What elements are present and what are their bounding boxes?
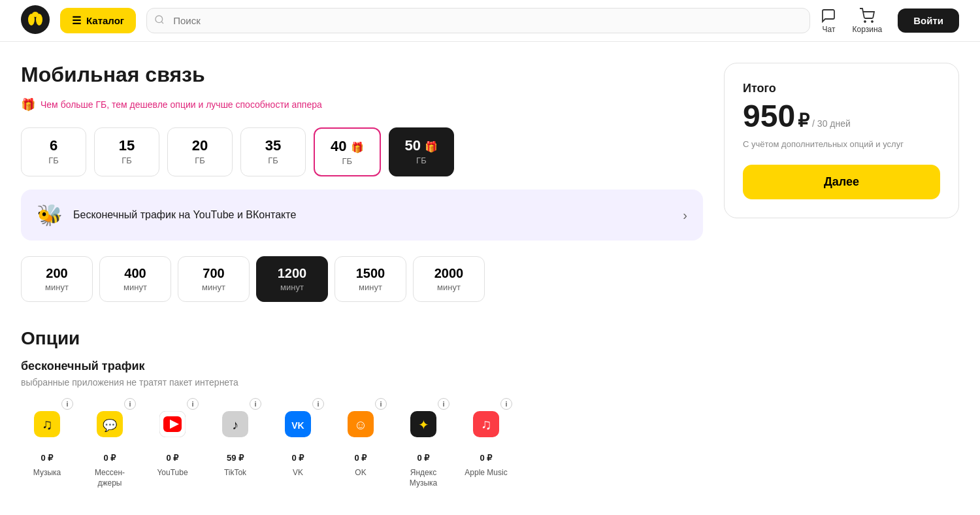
- app-info-badge-muzyka: i: [61, 398, 73, 410]
- gb-value: 6: [50, 137, 57, 154]
- promo-text: Чем больше ГБ, тем дешевле опции и лучше…: [41, 99, 322, 110]
- search-wrapper: [146, 8, 810, 33]
- app-info-badge-apple_music: i: [500, 398, 512, 410]
- gb-unit: ГБ: [416, 156, 427, 165]
- gift-promo-icon: 🎁: [21, 97, 35, 112]
- svg-text:☺: ☺: [354, 418, 367, 432]
- app-icon-ok: ☺i: [337, 401, 384, 448]
- minutes-unit: минут: [359, 282, 382, 292]
- app-name-vk: VK: [293, 468, 303, 478]
- app-price-messenger: 0 ₽: [104, 453, 116, 463]
- gb-unit: ГБ: [195, 156, 205, 165]
- app-price-ok: 0 ₽: [355, 453, 367, 463]
- app-info-badge-ok: i: [375, 398, 387, 410]
- minutes-unit: минут: [45, 282, 69, 292]
- chat-label: Чат: [823, 25, 836, 34]
- options-subsection-title: бесконечный трафик: [21, 359, 703, 373]
- app-icon-youtube: i: [149, 401, 196, 448]
- catalog-label: Каталог: [86, 15, 124, 26]
- app-item-messenger[interactable]: 💬i0 ₽Мессен-джеры: [84, 401, 136, 488]
- minutes-unit: минут: [202, 282, 225, 292]
- gb-value: 40 🎁: [331, 138, 364, 155]
- gb-option-6[interactable]: 6ГБ: [21, 127, 86, 176]
- app-info-badge-youtube: i: [187, 398, 199, 410]
- options-section: Опции бесконечный трафик выбранные прило…: [21, 328, 703, 488]
- minutes-value: 400: [124, 266, 146, 281]
- app-item-muzyka[interactable]: ♫i0 ₽Музыка: [21, 401, 73, 488]
- app-icon-messenger: 💬i: [86, 401, 133, 448]
- minutes-unit: минут: [280, 282, 304, 292]
- svg-text:♫: ♫: [42, 416, 53, 433]
- gb-option-15[interactable]: 15ГБ: [94, 127, 159, 176]
- svg-text:♪: ♪: [232, 418, 238, 432]
- gb-option-50[interactable]: 50 🎁ГБ: [389, 127, 455, 176]
- app-info-badge-messenger: i: [124, 398, 136, 410]
- apps-row: ♫i0 ₽Музыка💬i0 ₽Мессен-джерыi0 ₽YouTube♪…: [21, 401, 703, 488]
- svg-point-7: [872, 21, 873, 22]
- bee-mascot-icon: 🐝: [37, 203, 63, 227]
- chevron-right-icon: ›: [683, 208, 687, 223]
- minutes-option-200[interactable]: 200минут: [21, 256, 93, 302]
- catalog-button[interactable]: ☰ Каталог: [60, 8, 136, 33]
- svg-line-5: [161, 22, 163, 24]
- gb-options-row: 6ГБ15ГБ20ГБ35ГБ40 🎁ГБ50 🎁ГБ: [21, 127, 703, 176]
- app-name-tiktok: TikTok: [224, 468, 246, 478]
- sidebar: Итого 950 ₽ / 30 дней С учётом дополните…: [724, 63, 959, 488]
- app-item-youtube[interactable]: i0 ₽YouTube: [146, 401, 199, 488]
- minutes-option-400[interactable]: 400минут: [99, 256, 171, 302]
- summary-currency: ₽: [798, 110, 809, 131]
- gb-option-20[interactable]: 20ГБ: [167, 127, 233, 176]
- app-icon-vk: VKi: [274, 401, 321, 448]
- login-label: Войти: [913, 15, 943, 26]
- minutes-option-1500[interactable]: 1500минут: [335, 256, 406, 302]
- content-area: Мобильная связь 🎁 Чем больше ГБ, тем деш…: [21, 63, 703, 488]
- app-info-badge-vk: i: [312, 398, 324, 410]
- gb-unit: ГБ: [268, 156, 278, 165]
- cart-label: Корзина: [852, 25, 882, 34]
- promo-banner: 🎁 Чем больше ГБ, тем дешевле опции и луч…: [21, 97, 703, 112]
- minutes-value: 700: [203, 266, 224, 281]
- app-item-vk[interactable]: VKi0 ₽VK: [272, 401, 324, 488]
- summary-note: С учётом дополнительных опций и услуг: [743, 139, 940, 149]
- app-item-yandex_music[interactable]: ✦i0 ₽Яндекс Музыка: [397, 401, 449, 488]
- gb-value: 35: [265, 137, 281, 154]
- infinite-traffic-banner[interactable]: 🐝 Бесконечный трафик на YouTube и ВКонта…: [21, 190, 703, 241]
- app-info-badge-yandex_music: i: [438, 398, 449, 410]
- app-item-tiktok[interactable]: ♪i59 ₽TikTok: [209, 401, 261, 488]
- minutes-option-1200[interactable]: 1200минут: [256, 256, 328, 302]
- summary-card: Итого 950 ₽ / 30 дней С учётом дополните…: [724, 63, 959, 218]
- gb-option-35[interactable]: 35ГБ: [240, 127, 306, 176]
- minutes-unit: минут: [123, 282, 147, 292]
- app-info-badge-tiktok: i: [250, 398, 261, 410]
- app-price-apple_music: 0 ₽: [480, 453, 493, 463]
- header: ☰ Каталог Чат Корзина Войти: [0, 0, 980, 42]
- app-name-ok: OK: [355, 468, 366, 478]
- app-price-muzyka: 0 ₽: [41, 453, 54, 463]
- app-icon-tiktok: ♪i: [212, 401, 259, 448]
- app-item-apple_music[interactable]: ♫i0 ₽Apple Music: [460, 401, 512, 488]
- svg-point-0: [21, 5, 50, 34]
- next-button[interactable]: Далее: [743, 165, 940, 199]
- login-button[interactable]: Войти: [898, 8, 959, 33]
- logo: [21, 5, 50, 37]
- main-layout: Мобильная связь 🎁 Чем больше ГБ, тем деш…: [0, 42, 980, 515]
- chat-button[interactable]: Чат: [821, 8, 836, 34]
- minutes-option-2000[interactable]: 2000минут: [413, 256, 485, 302]
- app-name-apple_music: Apple Music: [465, 468, 507, 478]
- summary-label: Итого: [743, 82, 940, 95]
- search-icon: [154, 14, 165, 27]
- app-icon-muzyka: ♫i: [24, 401, 71, 448]
- gb-value: 50 🎁: [405, 137, 438, 154]
- minutes-unit: минут: [437, 282, 461, 292]
- minutes-options-row: 200минут400минут700минут1200минут1500мин…: [21, 256, 703, 302]
- app-price-vk: 0 ₽: [292, 453, 304, 463]
- cart-button[interactable]: Корзина: [852, 8, 882, 34]
- svg-text:✦: ✦: [418, 418, 429, 432]
- app-item-ok[interactable]: ☺i0 ₽OK: [335, 401, 387, 488]
- minutes-option-700[interactable]: 700минут: [178, 256, 250, 302]
- gb-option-40[interactable]: 40 🎁ГБ: [314, 127, 381, 176]
- search-input[interactable]: [146, 8, 810, 33]
- header-right: Чат Корзина Войти: [821, 8, 959, 34]
- minutes-value: 200: [46, 266, 67, 281]
- hamburger-icon: ☰: [72, 14, 81, 27]
